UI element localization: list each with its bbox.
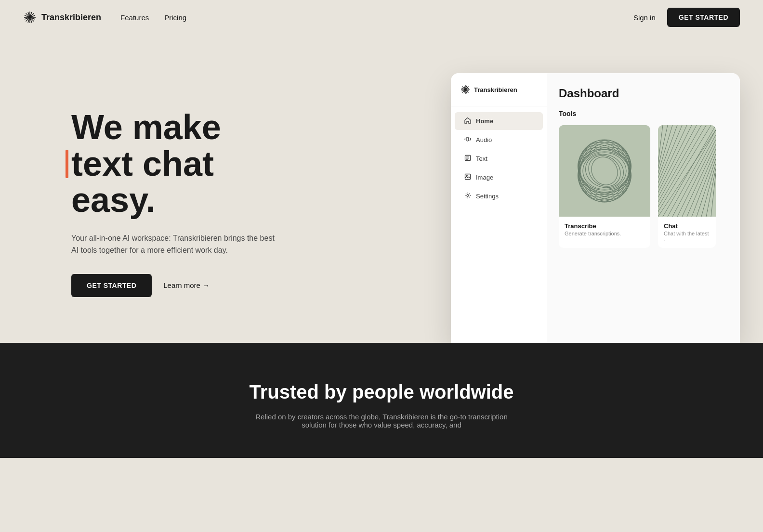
- image-icon: [464, 173, 471, 182]
- tool-card-chat-info: Chat Chat with the latest .: [658, 217, 716, 248]
- hero-get-started-button[interactable]: GET STARTED: [71, 274, 152, 297]
- tool-transcribe-name: Transcribe: [565, 222, 645, 230]
- hero-title-line2: text chat: [71, 144, 214, 183]
- svg-rect-23: [559, 125, 650, 217]
- text-icon: [464, 155, 471, 163]
- settings-icon: [464, 192, 471, 200]
- mock-logo: Transkribieren: [451, 85, 547, 106]
- mock-nav-settings-label: Settings: [476, 193, 499, 200]
- logo-link[interactable]: Transkribieren: [23, 11, 101, 24]
- nav-links: Features Pricing: [120, 13, 186, 22]
- nav-right: Sign in GET STARTED: [633, 8, 740, 27]
- hero-title-accent: text chat: [71, 146, 214, 182]
- svg-rect-40: [658, 125, 716, 217]
- tool-card-transcribe-image: [559, 125, 650, 217]
- bottom-subtitle: Relied on by creators across the globe, …: [247, 413, 516, 429]
- mock-nav-home[interactable]: Home: [455, 112, 543, 130]
- navbar: Transkribieren Features Pricing Sign in …: [0, 0, 763, 35]
- hero-actions: GET STARTED Learn more →: [71, 274, 283, 297]
- tool-transcribe-desc: Generate transcriptions.: [565, 231, 645, 236]
- mock-nav-home-label: Home: [476, 117, 493, 125]
- mock-tools-grid: Transcribe Generate transcriptions.: [559, 125, 728, 248]
- hero-content: We make text chat easy. Your all-in-one …: [71, 109, 283, 297]
- hero-title-line3: easy.: [71, 181, 156, 219]
- tool-card-transcribe-info: Transcribe Generate transcriptions.: [559, 217, 650, 242]
- svg-point-22: [467, 195, 469, 196]
- tool-card-chat-image: [658, 125, 716, 217]
- tool-card-chat[interactable]: Chat Chat with the latest .: [658, 125, 716, 248]
- hero-learn-more-link[interactable]: Learn more →: [163, 281, 210, 289]
- mock-nav-image[interactable]: Image: [455, 169, 543, 186]
- logo-text: Transkribieren: [41, 13, 101, 23]
- logo-icon: [23, 11, 37, 24]
- mock-nav-audio-label: Audio: [476, 136, 492, 143]
- dashboard-mockup: Transkribieren Home Audi: [451, 73, 740, 343]
- nav-features[interactable]: Features: [120, 13, 149, 22]
- hero-subtitle: Your all-in-one AI workspace: Transkribi…: [71, 232, 283, 257]
- nav-get-started-button[interactable]: GET STARTED: [667, 8, 740, 27]
- svg-point-21: [466, 175, 467, 176]
- hero-title-line1: We make: [71, 108, 221, 146]
- audio-icon: [464, 136, 471, 144]
- bottom-section: Trusted by people worldwide Relied on by…: [0, 343, 763, 458]
- mock-main-area: Dashboard Tools: [547, 73, 740, 343]
- mock-tools-label: Tools: [559, 110, 728, 117]
- tool-chat-name: Chat: [664, 222, 710, 230]
- mock-nav-settings[interactable]: Settings: [455, 187, 543, 205]
- tool-card-transcribe[interactable]: Transcribe Generate transcriptions.: [559, 125, 650, 248]
- sign-in-link[interactable]: Sign in: [633, 13, 656, 22]
- mock-nav-text[interactable]: Text: [455, 150, 543, 168]
- mock-sidebar: Transkribieren Home Audi: [451, 73, 547, 343]
- mock-logo-text: Transkribieren: [474, 86, 517, 93]
- hero-section: We make text chat easy. Your all-in-one …: [0, 35, 763, 343]
- mock-dashboard-title: Dashboard: [559, 87, 728, 100]
- tool-chat-desc: Chat with the latest .: [664, 231, 710, 242]
- nav-pricing[interactable]: Pricing: [164, 13, 186, 22]
- mock-nav-image-label: Image: [476, 174, 493, 181]
- mock-nav-text-label: Text: [476, 155, 487, 162]
- mock-nav-audio[interactable]: Audio: [455, 131, 543, 149]
- hero-title: We make text chat easy.: [71, 109, 283, 219]
- nav-left: Transkribieren Features Pricing: [23, 11, 186, 24]
- bottom-title: Trusted by people worldwide: [23, 381, 740, 403]
- home-icon: [464, 117, 471, 125]
